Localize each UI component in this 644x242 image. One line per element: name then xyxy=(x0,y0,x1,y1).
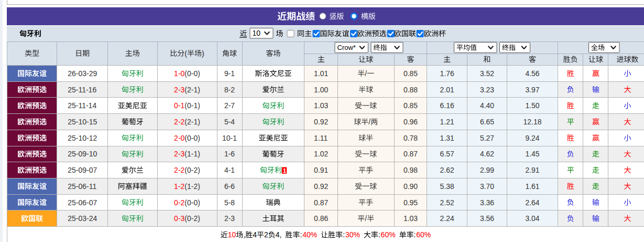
svg-text:25-09-10: 25-09-10 xyxy=(68,150,97,158)
svg-text:1.45: 1.45 xyxy=(525,150,539,158)
svg-text:1-0: 1-0 xyxy=(174,69,184,78)
svg-text:3.04: 3.04 xyxy=(525,214,539,223)
svg-text:0.87: 0.87 xyxy=(403,150,418,158)
svg-text:0.98: 0.98 xyxy=(403,166,418,174)
svg-text:0.86: 0.86 xyxy=(314,214,328,223)
svg-text:10-1: 10-1 xyxy=(222,134,237,142)
svg-text:2-3: 2-3 xyxy=(174,86,184,94)
svg-text:1.11: 1.11 xyxy=(314,134,328,142)
svg-text:5-4: 5-4 xyxy=(224,118,235,126)
svg-text:0.92: 0.92 xyxy=(314,118,328,126)
svg-text:(0-0): (0-0) xyxy=(184,198,200,207)
svg-text:0.88: 0.88 xyxy=(403,86,418,94)
svg-text:4.62: 4.62 xyxy=(480,150,494,158)
svg-text:25-09-07: 25-09-07 xyxy=(68,166,97,174)
svg-text:2-2: 2-2 xyxy=(174,118,184,126)
svg-text:3.56: 3.56 xyxy=(480,214,494,223)
svg-text:5.27: 5.27 xyxy=(480,134,494,142)
svg-text:4-1: 4-1 xyxy=(224,166,235,174)
svg-text:1.02: 1.02 xyxy=(314,150,328,158)
svg-text:2-3: 2-3 xyxy=(224,214,235,223)
svg-text:(0-0): (0-0) xyxy=(184,134,200,142)
svg-text:25-11-14: 25-11-14 xyxy=(68,101,96,110)
svg-text:10: 10 xyxy=(228,230,236,239)
svg-text:(0-1): (0-1) xyxy=(184,101,200,110)
svg-text:3.52: 3.52 xyxy=(480,69,494,78)
svg-text:3.36: 3.36 xyxy=(480,198,494,207)
svg-text:4: 4 xyxy=(253,230,257,239)
svg-text:2: 2 xyxy=(264,230,268,239)
svg-text:1.76: 1.76 xyxy=(440,69,454,78)
svg-text:8-2: 8-2 xyxy=(224,86,235,94)
svg-text:1.21: 1.21 xyxy=(440,118,454,126)
svg-text:25-06-07: 25-06-07 xyxy=(68,198,97,207)
svg-text:2.64: 2.64 xyxy=(525,198,539,207)
svg-text:60%: 60% xyxy=(416,230,431,239)
svg-text:30%: 30% xyxy=(345,230,360,239)
svg-text:0.87: 0.87 xyxy=(314,198,328,207)
svg-text:1-6: 1-6 xyxy=(224,150,235,158)
svg-text:,: , xyxy=(243,230,245,239)
svg-text:0.90: 0.90 xyxy=(403,182,418,191)
svg-text:/: / xyxy=(368,118,370,126)
svg-text:1.61: 1.61 xyxy=(525,182,539,191)
svg-text:(1-2): (1-2) xyxy=(184,182,200,191)
svg-text:1-2: 1-2 xyxy=(174,182,184,191)
svg-text:(0-2): (0-2) xyxy=(184,166,200,174)
svg-text:0-3: 0-3 xyxy=(174,214,184,223)
svg-text:10: 10 xyxy=(253,29,261,37)
svg-text:0.85: 0.85 xyxy=(403,69,418,78)
svg-text:2.01: 2.01 xyxy=(440,86,454,94)
svg-text:/: / xyxy=(365,214,367,223)
svg-text:6.57: 6.57 xyxy=(440,150,454,158)
svg-text:4,: 4, xyxy=(276,230,282,239)
svg-text:25-10-15: 25-10-15 xyxy=(68,118,97,126)
svg-text:0-1: 0-1 xyxy=(174,101,184,110)
svg-text:5-8: 5-8 xyxy=(224,198,235,207)
svg-text:2.62: 2.62 xyxy=(440,166,454,174)
svg-text:25-10-12: 25-10-12 xyxy=(68,134,97,142)
svg-text:0.78: 0.78 xyxy=(403,134,418,142)
svg-text:2-2: 2-2 xyxy=(174,166,184,174)
svg-text:5.38: 5.38 xyxy=(440,182,454,191)
svg-text:3.97: 3.97 xyxy=(525,86,539,94)
svg-text:2.52: 2.52 xyxy=(440,198,454,207)
svg-text:0.92: 0.92 xyxy=(314,182,328,191)
svg-text:(1-1): (1-1) xyxy=(184,150,200,158)
svg-text:(2-1): (2-1) xyxy=(184,86,200,94)
svg-text:12.18: 12.18 xyxy=(523,118,542,126)
svg-text:2.24: 2.24 xyxy=(440,214,454,223)
svg-text:4.56: 4.56 xyxy=(525,69,539,78)
svg-text::: : xyxy=(300,230,302,239)
svg-text::: : xyxy=(378,230,380,239)
svg-text:6.16: 6.16 xyxy=(440,101,454,110)
svg-text:1.31: 1.31 xyxy=(440,134,454,142)
svg-text:3.70: 3.70 xyxy=(480,182,494,191)
svg-text:2-7: 2-7 xyxy=(224,101,235,110)
svg-text:2.99: 2.99 xyxy=(480,166,494,174)
svg-text:(2-1): (2-1) xyxy=(184,118,200,126)
svg-text:0-2: 0-2 xyxy=(174,198,184,207)
svg-text:1.00: 1.00 xyxy=(314,86,328,94)
svg-text:40%: 40% xyxy=(302,230,317,239)
svg-text:6.65: 6.65 xyxy=(480,118,494,126)
svg-text:1.01: 1.01 xyxy=(314,69,328,78)
svg-text:0.85: 0.85 xyxy=(403,101,418,110)
svg-text:Crow*: Crow* xyxy=(337,44,356,51)
svg-text:/: / xyxy=(365,69,367,78)
svg-text:3.23: 3.23 xyxy=(480,86,494,94)
svg-text:2-3: 2-3 xyxy=(174,150,184,158)
svg-text:25-11-16: 25-11-16 xyxy=(68,86,96,94)
svg-text:4.40: 4.40 xyxy=(480,101,494,110)
svg-text::: : xyxy=(414,230,416,239)
svg-text:2.91: 2.91 xyxy=(525,166,539,174)
svg-text:(0-2): (0-2) xyxy=(184,214,200,223)
svg-text:25-03-24: 25-03-24 xyxy=(68,214,97,223)
svg-text:1.03: 1.03 xyxy=(314,101,328,110)
svg-text:25-06-11: 25-06-11 xyxy=(68,182,96,191)
svg-text:1.50: 1.50 xyxy=(525,101,539,110)
svg-text:(: ( xyxy=(184,49,187,58)
svg-text:2-0: 2-0 xyxy=(174,134,184,142)
svg-text:0.96: 0.96 xyxy=(403,118,418,126)
svg-text:1: 1 xyxy=(283,167,286,174)
